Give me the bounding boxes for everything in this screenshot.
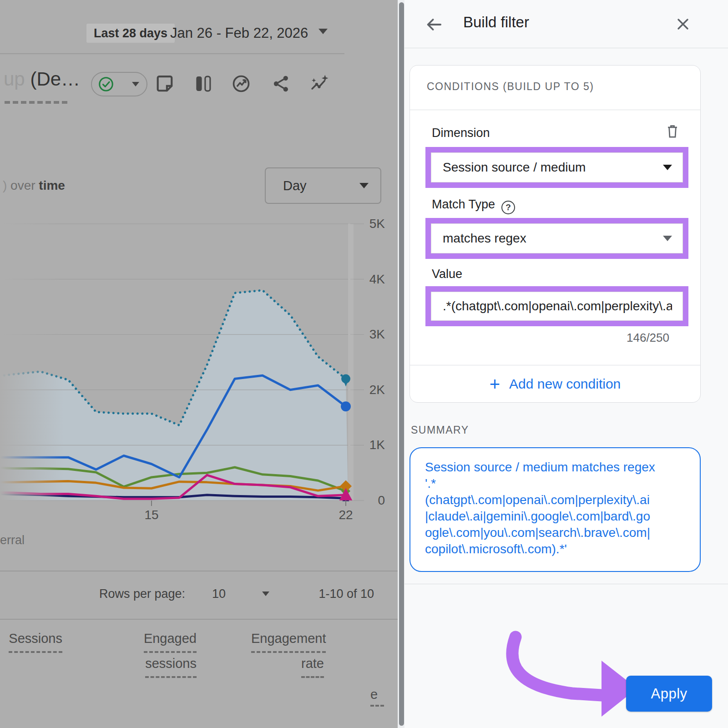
column-header[interactable]: Engagementrate bbox=[251, 628, 324, 678]
y-axis-label: 1K bbox=[355, 438, 385, 452]
summary-line: |claude\.ai|gemini\.google\.com|bard\.go bbox=[425, 508, 685, 525]
help-icon[interactable]: ? bbox=[501, 201, 515, 214]
cutoff-cell: e bbox=[370, 687, 384, 707]
match-type-caret-icon bbox=[663, 236, 672, 241]
footer-divider bbox=[404, 584, 728, 584]
conditions-header: CONDITIONS (BUILD UP TO 5) bbox=[427, 81, 594, 93]
conditions-divider bbox=[410, 110, 700, 110]
panel-title: Build filter bbox=[463, 14, 529, 31]
y-axis-label: 0 bbox=[355, 493, 385, 508]
value-input[interactable]: .*(chatgpt\.com|openai\.com|perplexity\.… bbox=[425, 286, 688, 326]
add-new-condition-label: Add new condition bbox=[509, 376, 621, 392]
match-type-value: matches regex bbox=[443, 231, 526, 246]
summary-label: SUMMARY bbox=[411, 424, 469, 436]
x-axis-label: 15 bbox=[138, 508, 165, 522]
summary-line: ogle\.com|you\.com|search\.brave\.com| bbox=[425, 525, 685, 541]
scrollbar-thumb[interactable] bbox=[399, 2, 404, 726]
rows-per-page-caret-icon[interactable] bbox=[262, 592, 269, 596]
match-type-dropdown[interactable]: matches regex bbox=[425, 218, 688, 259]
ga4-explore-screen: Last 28 days Jan 26 - Feb 22, 2026 up (D… bbox=[0, 0, 728, 728]
dimension-dropdown[interactable]: Session source / medium bbox=[425, 147, 688, 188]
conditions-card: CONDITIONS (BUILD UP TO 5) Dimension Ses… bbox=[410, 65, 701, 403]
add-new-condition-button[interactable]: + Add new condition bbox=[410, 365, 700, 403]
y-axis-label: 3K bbox=[355, 327, 385, 342]
summary-line: (chatgpt\.com|openai\.com|perplexity\.ai bbox=[425, 492, 685, 508]
referral-cell-fragment: erral bbox=[0, 533, 25, 547]
pagination-range: 1-10 of 10 bbox=[306, 587, 374, 601]
y-axis-label: 5K bbox=[355, 217, 385, 231]
rows-per-page-value[interactable]: 10 bbox=[212, 587, 226, 601]
rows-per-page-label: Rows per page: bbox=[99, 587, 185, 601]
char-count: 146/250 bbox=[627, 331, 669, 345]
dimension-caret-icon bbox=[663, 165, 672, 170]
build-filter-panel: Build filter CONDITIONS (BUILD UP TO 5) … bbox=[404, 0, 728, 728]
value-text: .*(chatgpt\.com|openai\.com|perplexity\.… bbox=[443, 299, 672, 313]
dimmed-report-area: Last 28 days Jan 26 - Feb 22, 2026 up (D… bbox=[0, 0, 399, 728]
trash-icon[interactable] bbox=[665, 123, 680, 140]
dimension-label: Dimension bbox=[432, 126, 490, 140]
y-axis-label: 4K bbox=[355, 272, 385, 287]
y-axis-label: 2K bbox=[355, 383, 385, 397]
summary-line: copilot\.microsoft\.com).*' bbox=[425, 541, 685, 557]
match-type-label: Match Type? bbox=[432, 197, 515, 214]
panel-header-divider bbox=[404, 48, 728, 48]
summary-box: Session source / medium matches regex'.*… bbox=[410, 447, 701, 572]
x-axis-label: 22 bbox=[332, 508, 359, 522]
table-top-divider bbox=[0, 571, 399, 571]
table-header-divider bbox=[0, 619, 399, 620]
summary-line: '.* bbox=[425, 475, 685, 492]
value-label: Value bbox=[432, 267, 462, 281]
summary-line: Session source / medium matches regex bbox=[425, 459, 685, 475]
column-header[interactable]: Engagedsessions bbox=[133, 628, 197, 678]
apply-button[interactable]: Apply bbox=[626, 676, 712, 712]
dimension-value: Session source / medium bbox=[443, 160, 586, 175]
close-icon[interactable] bbox=[674, 15, 692, 33]
column-header[interactable]: Sessions bbox=[0, 628, 62, 653]
back-arrow-icon[interactable] bbox=[424, 15, 444, 35]
